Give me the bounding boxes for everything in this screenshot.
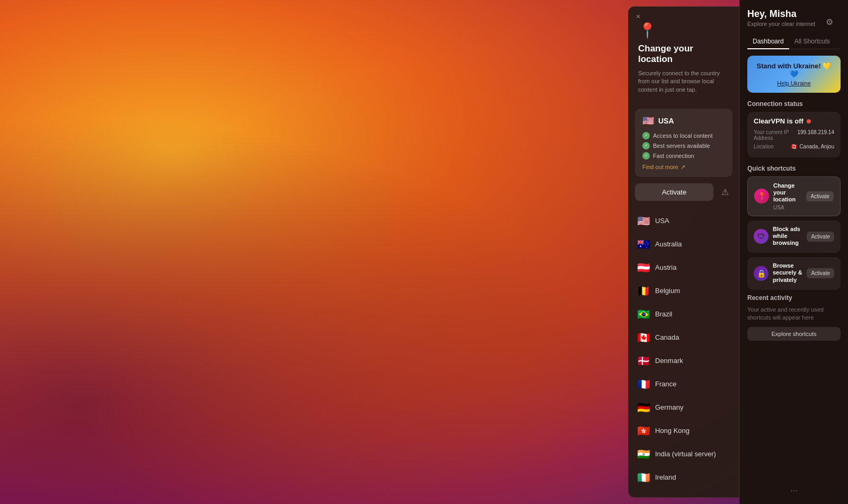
country-item[interactable]: 🇩🇪 Germany	[629, 396, 739, 419]
usa-card-title: USA	[658, 117, 674, 125]
country-flag: 🇮🇪	[637, 471, 650, 484]
ip-label: Your current IP Address	[754, 129, 797, 141]
location-title: Change your location	[638, 43, 729, 65]
country-item[interactable]: 🇧🇪 Belgium	[629, 279, 739, 303]
shortcut-activate-btn-2[interactable]: Activate	[807, 232, 834, 242]
location-header: 📍 Change your location Securely connect …	[629, 7, 739, 109]
ukraine-link[interactable]: Help Ukraine	[754, 80, 834, 86]
country-flag: 🇺🇸	[637, 215, 650, 227]
country-item[interactable]: 🇨🇦 Canada	[629, 326, 739, 349]
close-button[interactable]: ×	[634, 12, 642, 21]
shortcut-content-2: Block ads while browsing	[773, 226, 802, 248]
explore-shortcuts-button[interactable]: Explore shortcuts	[747, 327, 841, 341]
country-flag: 🇩🇰	[637, 355, 650, 367]
country-flag: 🇦🇺	[637, 238, 650, 251]
ads-shortcut-icon: 🛡	[754, 229, 768, 244]
country-item[interactable]: 🇧🇷 Brazil	[629, 303, 739, 326]
feature-dot-2	[642, 142, 650, 149]
usa-featured-card: 🇺🇸 USA Access to local content Best serv…	[635, 109, 732, 177]
location-label: Location	[754, 144, 774, 149]
dashboard-panel: Hey, Misha Explore your clear internet ⚙…	[739, 0, 848, 504]
country-name: Canada	[655, 333, 679, 341]
country-item[interactable]: 🇦🇺 Australia	[629, 233, 739, 256]
recent-activity-empty: Your active and recently used shortcuts …	[747, 306, 841, 322]
quick-shortcuts-title: Quick shortcuts	[747, 165, 841, 172]
country-item[interactable]: 🇺🇸 USA	[629, 209, 739, 233]
connection-card: ClearVPN is off Your current IP Address …	[747, 112, 841, 157]
country-flag: 🇩🇪	[637, 401, 650, 414]
status-indicator	[807, 119, 811, 123]
country-flag: 🇧🇪	[637, 285, 650, 297]
countries-list: 🇺🇸 USA 🇦🇺 Australia 🇦🇹 Austria 🇧🇪 Belgiu…	[629, 205, 739, 497]
more-options-dots[interactable]: ···	[747, 482, 841, 496]
country-flag: 🇨🇦	[637, 331, 650, 344]
location-pin-icon: 📍	[638, 22, 729, 39]
country-item[interactable]: 🇩🇰 Denmark	[629, 349, 739, 373]
shortcut-content-3: Browse securely & privately	[773, 262, 802, 285]
tabs-container: Dashboard All Shortcuts	[747, 34, 841, 49]
location-flag: 🇨🇦	[791, 144, 797, 149]
connection-status-title: Connection status	[747, 100, 841, 108]
feature-local-content: Access to local content	[642, 132, 725, 139]
country-name: India (virtual server)	[655, 450, 716, 458]
shortcut-activate-btn-1[interactable]: Activate	[806, 191, 834, 201]
location-text: Canada, Anjou	[799, 144, 834, 149]
secure-shortcut-icon: 🔒	[754, 266, 768, 281]
settings-icon[interactable]: ⚙	[826, 17, 833, 27]
country-name: Australia	[655, 240, 682, 248]
shortcut-content-1: Change your location USA	[773, 182, 802, 210]
country-item[interactable]: 🇮🇪 Ireland	[629, 466, 739, 489]
ip-value: 199.168.219.14	[797, 129, 834, 135]
country-flag: 🇮🇳	[637, 448, 650, 461]
country-name: Brazil	[655, 310, 673, 318]
tab-all-shortcuts[interactable]: All Shortcuts	[789, 34, 835, 49]
shortcut-sub-1: USA	[773, 205, 802, 210]
country-name: Germany	[655, 403, 683, 411]
country-name: Austria	[655, 263, 676, 271]
location-panel: × 📍 Change your location Securely connec…	[628, 6, 739, 498]
shortcut-block-ads[interactable]: 🛡 Block ads while browsing Activate	[747, 220, 841, 253]
country-item[interactable]: 🇦🇹 Austria	[629, 256, 739, 279]
vpn-status-text: ClearVPN is off	[754, 117, 803, 125]
shortcut-name-2: Block ads while browsing	[773, 226, 802, 247]
feature-dot-1	[642, 132, 650, 139]
country-flag: 🇧🇷	[637, 308, 650, 321]
country-name: Belgium	[655, 287, 680, 295]
country-name: Denmark	[655, 357, 683, 365]
usa-card-header: 🇺🇸 USA	[642, 115, 725, 127]
country-name: Ireland	[655, 473, 676, 481]
usa-flag: 🇺🇸	[642, 115, 654, 127]
ip-info-row: Your current IP Address 199.168.219.14	[754, 129, 834, 141]
country-item[interactable]: 🇭🇰 Hong Kong	[629, 419, 739, 443]
country-flag: 🇦🇹	[637, 261, 650, 274]
location-info-row: Location 🇨🇦 Canada, Anjou	[754, 144, 834, 149]
country-item[interactable]: 🇫🇷 France	[629, 373, 739, 396]
shortcut-name-3: Browse securely & privately	[773, 262, 802, 284]
shortcut-browse-securely[interactable]: 🔒 Browse securely & privately Activate	[747, 257, 841, 290]
warning-icon: ⚠	[718, 184, 732, 199]
country-name: Hong Kong	[655, 427, 690, 435]
shortcut-activate-btn-3[interactable]: Activate	[807, 268, 834, 278]
ukraine-banner[interactable]: Stand with Ukraine! 💛💙 Help Ukraine	[747, 56, 841, 93]
feature-best-servers: Best servers available	[642, 142, 725, 149]
ukraine-title: Stand with Ukraine! 💛💙	[754, 62, 834, 78]
feature-text-1: Access to local content	[653, 132, 713, 139]
shortcut-change-location[interactable]: 📍 Change your location USA Activate	[747, 176, 841, 216]
find-out-more-link[interactable]: Find out more ↗	[642, 164, 725, 171]
country-flag: 🇭🇰	[637, 425, 650, 437]
dash-header: Hey, Misha Explore your clear internet ⚙	[747, 8, 841, 33]
country-item[interactable]: 🇮🇳 India (virtual server)	[629, 443, 739, 466]
shortcut-name-1: Change your location	[773, 182, 802, 204]
tab-dashboard[interactable]: Dashboard	[747, 34, 789, 49]
country-name: USA	[655, 217, 669, 225]
activate-row: Activate ⚠	[635, 183, 732, 201]
feature-fast-connection: Fast connection	[642, 152, 725, 160]
recent-activity-title: Recent activity	[747, 294, 841, 302]
location-value: 🇨🇦 Canada, Anjou	[791, 144, 834, 149]
feature-text-3: Fast connection	[653, 153, 694, 159]
activate-button[interactable]: Activate	[635, 183, 713, 201]
feature-dot-3	[642, 152, 650, 160]
feature-text-2: Best servers available	[653, 143, 710, 149]
location-description: Securely connect to the country from our…	[638, 69, 729, 94]
panels-container: × 📍 Change your location Securely connec…	[628, 0, 848, 504]
